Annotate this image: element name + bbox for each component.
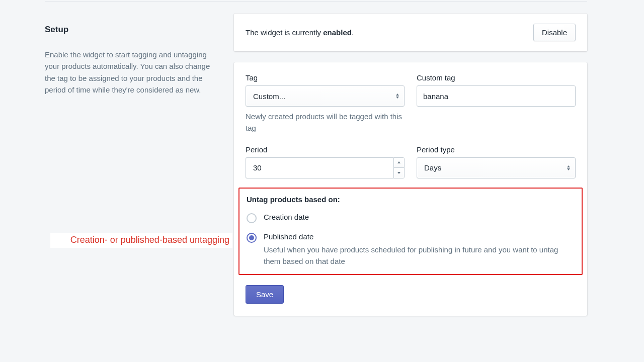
period-type-select[interactable]: Days bbox=[417, 157, 576, 178]
radio-published-date-help: Useful when you have products scheduled … bbox=[264, 244, 575, 267]
custom-tag-input[interactable] bbox=[417, 85, 576, 107]
tag-help-text: Newly created products will be tagged wi… bbox=[246, 111, 405, 134]
status-state: enabled bbox=[323, 28, 352, 37]
period-input[interactable] bbox=[246, 157, 393, 178]
save-button[interactable]: Save bbox=[246, 285, 284, 304]
radio-creation-date[interactable] bbox=[247, 213, 257, 223]
status-prefix: The widget is currently bbox=[246, 28, 323, 37]
period-increment-button[interactable] bbox=[394, 158, 404, 168]
chevron-down-icon bbox=[397, 172, 400, 174]
period-decrement-button[interactable] bbox=[394, 167, 404, 178]
untag-highlight-box: Untag products based on: Creation date P… bbox=[238, 188, 583, 276]
custom-tag-label: Custom tag bbox=[417, 73, 576, 82]
disable-button[interactable]: Disable bbox=[533, 24, 576, 41]
untag-heading: Untag products based on: bbox=[247, 195, 575, 204]
divider bbox=[45, 1, 587, 2]
chevron-up-icon bbox=[397, 161, 400, 163]
annotation-label: Creation- or published-based untagging bbox=[50, 233, 232, 248]
status-suffix: . bbox=[352, 28, 354, 37]
widget-status-text: The widget is currently enabled. bbox=[246, 28, 354, 37]
radio-published-date-label: Published date bbox=[264, 232, 313, 241]
period-label: Period bbox=[246, 145, 405, 154]
period-type-label: Period type bbox=[417, 145, 576, 154]
setup-heading: Setup bbox=[45, 25, 214, 35]
settings-card: Tag Custom... Newly created products wil… bbox=[234, 62, 587, 316]
tag-select[interactable]: Custom... bbox=[246, 85, 405, 107]
setup-description: Enable the widget to start tagging and u… bbox=[45, 49, 214, 96]
status-card: The widget is currently enabled. Disable bbox=[234, 14, 587, 51]
radio-creation-date-label: Creation date bbox=[264, 213, 309, 221]
tag-label: Tag bbox=[246, 73, 405, 82]
radio-published-date[interactable] bbox=[247, 233, 257, 243]
